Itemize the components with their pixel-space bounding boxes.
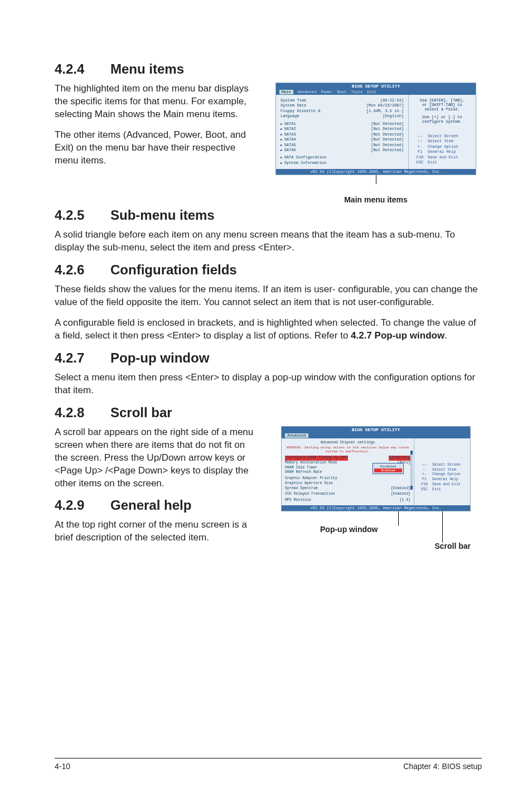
bios-screenshot-advanced: BIOS SETUP UTILITY Advanced Advanced Chi…	[281, 426, 471, 511]
bios2-footer: v02.58 (C)Copyright 1985-2005, American …	[282, 505, 470, 511]
bios-title: BIOS SETUP UTILITY	[276, 83, 476, 89]
bios-tab: Exit	[367, 90, 376, 94]
bios-tab-main: Main	[279, 90, 293, 94]
bios-screenshot-main: BIOS SETUP UTILITY Main Advanced Power B…	[275, 83, 476, 175]
bios2-warning: WARNING: Setting wrong values in the sec…	[285, 446, 410, 453]
heading-424: 4.2.4Menu items	[55, 61, 482, 77]
bios2-tab: Advanced	[285, 433, 308, 438]
heading-428: 4.2.8Scroll bar	[55, 405, 482, 421]
fig2-caption-scroll: Scroll bar	[434, 542, 471, 550]
bios2-heading: Advanced Chipset settings	[285, 441, 410, 445]
bios-tab: Advanced	[298, 90, 317, 94]
bios-tab: Tools	[351, 90, 362, 94]
popup-window: Disabled Enabled	[373, 463, 404, 474]
bios2-title: BIOS SETUP UTILITY	[282, 427, 470, 433]
scroll-bar-indicator	[410, 451, 413, 490]
para-427-1: Select a menu item then press <Enter> to…	[55, 371, 482, 397]
bios-tabs: Main Advanced Power Boot Tools Exit	[276, 89, 476, 95]
bios-footer: v02.58 (C)Copyright 1985-2005, American …	[276, 169, 476, 175]
bios-tab: Boot	[337, 90, 346, 94]
heading-title: Menu items	[110, 61, 184, 76]
chapter-title: Chapter 4: BIOS setup	[403, 762, 482, 771]
para-426-2: A configurable field is enclosed in brac…	[55, 317, 482, 342]
para-428-1: A scroll bar appears on the right side o…	[55, 426, 259, 490]
page-number: 4-10	[55, 762, 70, 771]
para-426-1: These fields show the values for the men…	[55, 283, 482, 309]
heading-425: 4.2.5Sub-menu items	[55, 207, 482, 223]
page-footer: 4-10 Chapter 4: BIOS setup	[55, 758, 482, 771]
heading-num: 4.2.4	[55, 61, 110, 77]
para-425-1: A solid triangle before each item on any…	[55, 229, 482, 254]
fig1-caption: Main menu items	[270, 195, 482, 204]
para-429-1: At the top right corner of the menu scre…	[55, 519, 259, 544]
page-content: 4.2.4Menu items The highlighted item on …	[0, 0, 532, 747]
bios-tab: Power	[321, 90, 332, 94]
heading-429: 4.2.9General help	[55, 497, 259, 513]
heading-426: 4.2.6Configuration fields	[55, 262, 482, 278]
para-424-2: The other items (Advanced, Power, Boot, …	[55, 129, 259, 167]
heading-427: 4.2.7Pop-up window	[55, 350, 482, 366]
fig2-caption-popup: Pop-up window	[320, 525, 378, 534]
fig2-callouts: Pop-up window Scroll bar	[281, 517, 471, 550]
para-424-1: The highlighted item on the menu bar dis…	[55, 83, 259, 121]
